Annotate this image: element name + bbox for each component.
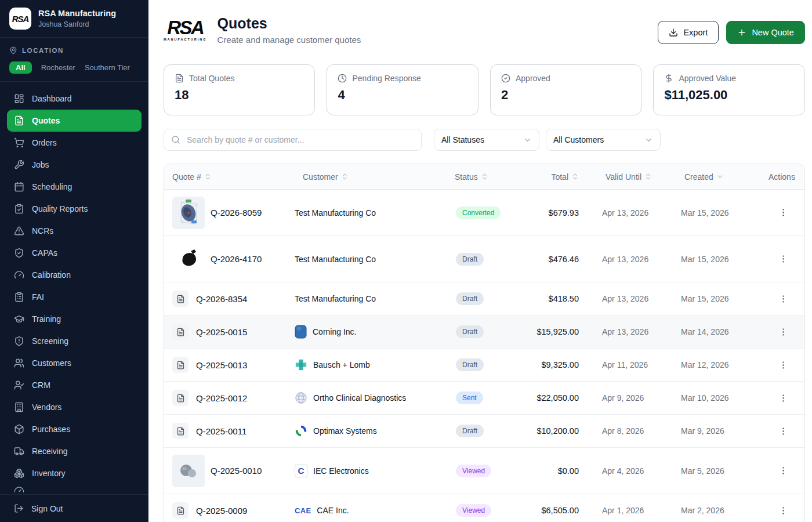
customer-filter-select[interactable]: All Customers xyxy=(546,129,661,151)
quote-thumbnail-part xyxy=(172,243,205,276)
sidebar-item-label: Calibration xyxy=(32,270,71,280)
customer-cell: Bausch + Lomb xyxy=(295,358,447,371)
page-header: RSA MANUFACTURING Quotes Create and mana… xyxy=(164,15,805,45)
table-row[interactable]: Q-2025-0009CAECAE Inc.Viewed$6,505.00Apr… xyxy=(164,494,804,522)
new-quote-button[interactable]: New Quote xyxy=(726,21,805,44)
location-label: LOCATION xyxy=(9,46,139,55)
column-header-created[interactable]: Created xyxy=(676,172,760,182)
customer-filter-value: All Customers xyxy=(553,135,604,144)
clipped-nav-icon xyxy=(7,484,142,492)
customer-cell: CAECAE Inc. xyxy=(295,506,447,515)
sidebar-item-quality-reports[interactable]: Quality Reports xyxy=(7,198,142,220)
location-option-southern-tier[interactable]: Southern Tier xyxy=(85,63,130,72)
search-icon xyxy=(171,135,180,144)
more-vertical-icon xyxy=(778,254,788,264)
customer-cell: Optimax Systems xyxy=(295,425,447,437)
quote-number: Q-2026-4170 xyxy=(211,254,262,264)
column-header-total[interactable]: Total xyxy=(534,172,597,182)
sidebar-item-inventory[interactable]: Inventory xyxy=(7,462,142,484)
sidebar-item-orders[interactable]: Orders xyxy=(7,132,142,154)
table-row[interactable]: Q-2025-0012Ortho Clinical DiagnosticsSen… xyxy=(164,382,804,415)
sidebar-item-screening[interactable]: Screening xyxy=(7,330,142,352)
status-badge: Sent xyxy=(456,392,483,404)
valid-until-cell: Apr 9, 2026 xyxy=(597,393,676,403)
page-subtitle: Create and manage customer quotes xyxy=(217,35,361,45)
search-input[interactable] xyxy=(186,135,414,145)
sidebar-item-customers[interactable]: Customers xyxy=(7,352,142,374)
export-button[interactable]: Export xyxy=(658,21,719,44)
column-header-valid-until[interactable]: Valid Until xyxy=(597,172,676,182)
company-name: RSA Manufacturing xyxy=(38,9,116,19)
status-badge: Draft xyxy=(456,292,484,305)
row-actions-button[interactable] xyxy=(775,324,792,340)
sidebar-item-vendors[interactable]: Vendors xyxy=(7,396,142,418)
sidebar-item-receiving[interactable]: Receiving xyxy=(7,440,142,462)
sidebar-item-jobs[interactable]: Jobs xyxy=(7,154,142,176)
status-cell: Converted xyxy=(447,206,534,219)
customer-logo-iec: C xyxy=(295,465,307,477)
sidebar-item-training[interactable]: Training xyxy=(7,308,142,330)
column-header-label: Total xyxy=(551,172,568,182)
column-header-label: Status xyxy=(455,172,478,182)
sidebar-item-label: Quotes xyxy=(32,116,60,125)
row-actions-button[interactable] xyxy=(775,423,792,439)
plus-icon xyxy=(737,28,746,37)
valid-until-cell: Apr 8, 2026 xyxy=(597,426,676,436)
dashboard-icon xyxy=(14,93,24,104)
sidebar-item-capas[interactable]: CAPAs xyxy=(7,242,142,264)
column-header-label: Customer xyxy=(303,172,338,182)
table-row[interactable]: Q-2025-0015Corning Inc.Draft$15,925.00Ap… xyxy=(164,316,804,349)
stat-value: 4 xyxy=(338,88,467,103)
table-row[interactable]: Q-2025-0013Bausch + LombDraft$9,325.00Ap… xyxy=(164,349,804,382)
column-header-status[interactable]: Status xyxy=(447,172,534,182)
stat-label: Approved xyxy=(516,74,550,83)
table-row[interactable]: Q-2025-0011Optimax SystemsDraft$10,200.0… xyxy=(164,415,804,448)
quote-number-cell: Q-2026-8354 xyxy=(164,291,295,307)
table-row[interactable]: Q-2026-8354Test Manufacturing CoDraft$41… xyxy=(164,282,804,316)
location-pills: AllRochesterSouthern Tier xyxy=(9,61,139,74)
customer-logo-cae: CAE xyxy=(295,506,311,515)
table-row[interactable]: Q-2026-4170Test Manufacturing CoDraft$47… xyxy=(164,236,804,282)
location-option-rochester[interactable]: Rochester xyxy=(41,63,75,72)
cart-icon xyxy=(14,137,24,148)
row-actions-button[interactable] xyxy=(775,291,792,307)
sidebar-item-quotes[interactable]: Quotes xyxy=(7,110,142,132)
sidebar-item-calibration[interactable]: Calibration xyxy=(7,264,142,286)
sidebar-item-crm[interactable]: CRM xyxy=(7,374,142,396)
column-header-label: Valid Until xyxy=(606,172,641,182)
table-row[interactable]: Q-2025-0010CIEC ElectronicsViewed$0.00Ap… xyxy=(164,448,804,494)
sidebar-item-dashboard[interactable]: Dashboard xyxy=(7,88,142,110)
status-filter-select[interactable]: All Statuses xyxy=(434,129,539,151)
quote-number: Q-2025-0012 xyxy=(196,393,247,403)
location-option-all[interactable]: All xyxy=(9,61,32,74)
row-actions-button[interactable] xyxy=(775,357,792,373)
sidebar-item-scheduling[interactable]: Scheduling xyxy=(7,176,142,198)
valid-until-cell: Apr 11, 2026 xyxy=(597,360,676,369)
sidebar-item-label: Quality Reports xyxy=(32,204,88,213)
created-cell: Mar 2, 2026 xyxy=(676,506,760,515)
sidebar-item-label: Purchases xyxy=(32,425,70,434)
status-filter-value: All Statuses xyxy=(441,135,484,144)
created-cell: Mar 15, 2026 xyxy=(676,294,760,303)
sort-icon xyxy=(204,173,212,180)
sidebar-item-label: Training xyxy=(32,314,61,324)
chevron-down-icon xyxy=(644,136,653,144)
more-vertical-icon xyxy=(778,393,788,403)
file-icon xyxy=(172,291,188,307)
sign-out-button[interactable]: Sign Out xyxy=(9,501,139,516)
row-actions-button[interactable] xyxy=(775,205,792,221)
table-row[interactable]: Q-2026-8059Test Manufacturing CoConverte… xyxy=(164,190,804,236)
row-actions-button[interactable] xyxy=(775,390,792,406)
customer-name: CAE Inc. xyxy=(317,506,349,515)
row-actions-button[interactable] xyxy=(775,463,792,479)
quote-number-cell: Q-2026-4170 xyxy=(164,243,295,276)
sidebar-item-fai[interactable]: FAI xyxy=(7,286,142,308)
status-badge: Viewed xyxy=(456,504,491,517)
valid-until-cell: Apr 13, 2026 xyxy=(597,294,676,303)
row-actions-button[interactable] xyxy=(775,502,792,519)
column-header-quote[interactable]: Quote # xyxy=(164,172,295,182)
sidebar-item-purchases[interactable]: Purchases xyxy=(7,418,142,440)
row-actions-button[interactable] xyxy=(775,251,792,267)
column-header-customer[interactable]: Customer xyxy=(295,172,447,182)
sidebar-item-ncrs[interactable]: NCRs xyxy=(7,220,142,242)
